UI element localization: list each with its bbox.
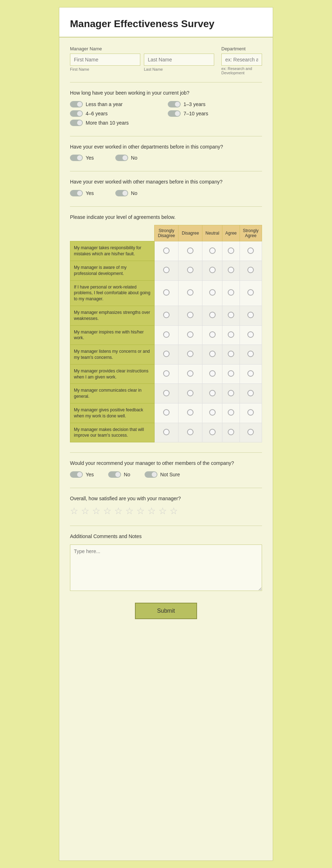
radio-3-4[interactable] [247,312,254,318]
q3-toggle-no[interactable] [115,190,128,196]
last-name-input[interactable] [144,54,214,66]
q1-toggle-0[interactable] [70,101,83,107]
submit-button[interactable]: Submit [135,603,197,619]
radio-7-1[interactable] [187,390,193,396]
radio-7-3[interactable] [228,390,234,396]
star-8[interactable]: ☆ [147,506,156,516]
q1-option-4: More than 10 years [70,120,164,126]
radio-1-2[interactable] [209,267,216,273]
radio-9-0[interactable] [163,429,170,435]
radio-7-2[interactable] [209,390,216,396]
q1-toggle-1[interactable] [168,101,181,107]
star-7[interactable]: ☆ [136,506,145,516]
radio-1-3[interactable] [228,267,234,273]
q4-toggle-not-sure[interactable] [145,471,157,478]
radio-0-1[interactable] [187,247,193,254]
radio-cell [240,403,262,423]
radio-3-1[interactable] [187,312,193,318]
radio-9-3[interactable] [228,429,234,435]
radio-9-2[interactable] [209,429,216,435]
comments-textarea[interactable] [70,545,262,591]
radio-6-1[interactable] [187,370,193,377]
radio-0-4[interactable] [247,247,254,254]
star-5[interactable]: ☆ [114,506,122,516]
radio-cell [155,280,178,306]
radio-7-4[interactable] [247,390,254,396]
radio-cell [222,345,240,365]
radio-cell [178,364,202,384]
radio-3-2[interactable] [209,312,216,318]
radio-3-0[interactable] [163,312,170,318]
radio-6-4[interactable] [247,370,254,377]
divider-3 [70,171,262,171]
manager-name-inputs [70,54,214,66]
radio-8-1[interactable] [187,409,193,416]
star-4[interactable]: ☆ [103,506,111,516]
radio-cell [178,423,202,442]
radio-cell [178,384,202,403]
radio-cell [240,423,262,442]
radio-2-1[interactable] [187,289,193,296]
radio-6-3[interactable] [228,370,234,377]
radio-5-4[interactable] [247,351,254,357]
radio-9-1[interactable] [187,429,193,435]
radio-6-2[interactable] [209,370,216,377]
header-agree: Agree [222,225,240,241]
star-2[interactable]: ☆ [81,506,89,516]
radio-0-3[interactable] [228,247,234,254]
radio-4-2[interactable] [209,331,216,338]
radio-6-0[interactable] [163,370,170,377]
star-6[interactable]: ☆ [125,506,134,516]
radio-4-1[interactable] [187,331,193,338]
radio-2-3[interactable] [228,289,234,296]
radio-3-3[interactable] [228,312,234,318]
radio-2-2[interactable] [209,289,216,296]
q2-option-no: No [115,155,137,161]
radio-8-3[interactable] [228,409,234,416]
radio-cell [202,423,222,442]
q4-toggle-no[interactable] [108,471,121,478]
divider-5 [70,452,262,453]
star-9[interactable]: ☆ [159,506,167,516]
department-group: Department ex: Research and Development [221,46,262,75]
q1-option-2: 4–6 years [70,110,164,117]
radio-4-0[interactable] [163,331,170,338]
q4-toggle-yes[interactable] [70,471,83,478]
q3-option-no: No [115,190,137,196]
survey-form: Manager Effectiveness Survey Manager Nam… [59,7,273,861]
radio-8-0[interactable] [163,409,170,416]
radio-4-4[interactable] [247,331,254,338]
radio-0-2[interactable] [209,247,216,254]
radio-1-0[interactable] [163,267,170,273]
radio-5-0[interactable] [163,351,170,357]
radio-cell [222,280,240,306]
q4-option-not-sure: Not Sure [145,471,180,478]
statement-cell: My manager is aware of my professional d… [70,261,155,280]
radio-9-4[interactable] [247,429,254,435]
q1-toggle-4[interactable] [70,120,83,126]
first-name-input[interactable] [70,54,140,66]
radio-1-1[interactable] [187,267,193,273]
radio-5-3[interactable] [228,351,234,357]
radio-2-4[interactable] [247,289,254,296]
radio-5-1[interactable] [187,351,193,357]
q2-toggle-no[interactable] [115,155,128,161]
q3-toggle-yes[interactable] [70,190,83,196]
department-input[interactable] [221,54,262,66]
radio-8-4[interactable] [247,409,254,416]
star-1[interactable]: ☆ [70,506,78,516]
radio-cell [240,241,262,261]
radio-0-0[interactable] [163,247,170,254]
star-10[interactable]: ☆ [170,506,178,516]
q2-toggle-yes[interactable] [70,155,83,161]
star-3[interactable]: ☆ [92,506,100,516]
q1-toggle-3[interactable] [168,110,181,117]
radio-1-4[interactable] [247,267,254,273]
radio-5-2[interactable] [209,351,216,357]
radio-2-0[interactable] [163,289,170,296]
q1-toggle-2[interactable] [70,110,83,117]
radio-4-3[interactable] [228,331,234,338]
radio-7-0[interactable] [163,390,170,396]
rating-table: StronglyDisagree Disagree Neutral Agree … [70,225,262,442]
radio-8-2[interactable] [209,409,216,416]
